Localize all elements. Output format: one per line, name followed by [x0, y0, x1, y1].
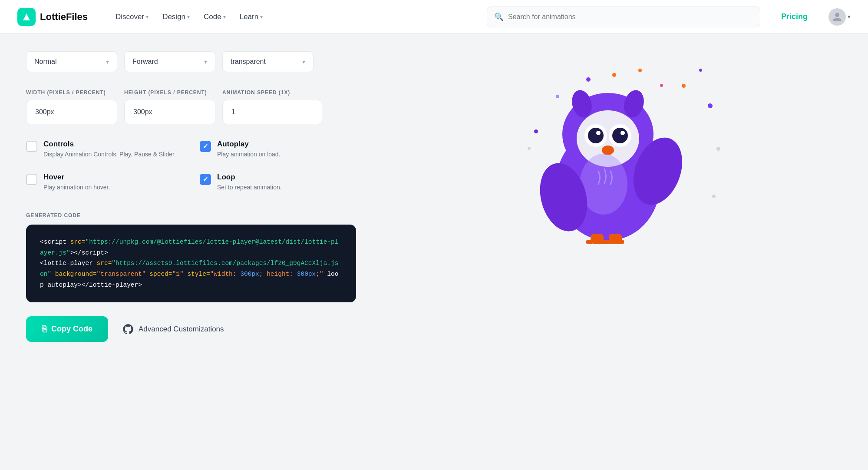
pricing-link[interactable]: Pricing: [774, 12, 815, 21]
confetti-dot-3: [699, 69, 702, 72]
github-icon: [122, 323, 134, 335]
confetti-dot-13: [612, 73, 616, 77]
svg-point-9: [596, 131, 601, 135]
speed-label: ANIMATION SPEED (1X): [222, 89, 322, 96]
background-chevron-icon: ▾: [302, 58, 305, 65]
hover-desc: Play animation on hover.: [43, 183, 110, 192]
navbar: LottieFiles Discover ▾ Design ▾ Code ▾ L…: [0, 0, 868, 34]
copy-code-button[interactable]: ⎘ Copy Code: [26, 316, 108, 342]
logo[interactable]: LottieFiles: [17, 8, 88, 26]
discover-chevron-icon: ▾: [146, 14, 149, 20]
svg-rect-25: [618, 240, 624, 244]
dimension-inputs: [26, 100, 356, 124]
owl-animation: [534, 84, 682, 255]
dimensions-section: WIDTH (PIXELS / PERCENT) HEIGHT (PIXELS …: [26, 89, 356, 124]
svg-rect-22: [599, 240, 605, 244]
logo-text: LottieFiles: [40, 11, 88, 23]
nav-links: Discover ▾ Design ▾ Code ▾ Learn ▾: [110, 10, 268, 24]
animation-preview: [499, 60, 716, 255]
code-nav[interactable]: Code ▾: [198, 10, 231, 24]
autoplay-desc: Play animation on load.: [217, 150, 281, 159]
confetti-dot-0: [586, 77, 591, 82]
controls-desc: Display Animation Controls: Play, Pause …: [43, 150, 175, 159]
hover-title: Hover: [43, 173, 110, 182]
checkboxes-section: Controls Display Animation Controls: Pla…: [26, 140, 356, 192]
svg-rect-23: [605, 240, 611, 244]
loop-checkbox-item: Loop Set to repeat animation.: [200, 173, 356, 192]
svg-point-13: [620, 131, 625, 135]
svg-point-14: [602, 146, 614, 155]
confetti-dot-11: [712, 195, 716, 198]
svg-point-0: [25, 16, 28, 20]
dimension-labels: WIDTH (PIXELS / PERCENT) HEIGHT (PIXELS …: [26, 89, 356, 96]
loop-desc: Set to repeat animation.: [217, 183, 282, 192]
logo-icon: [17, 8, 36, 26]
mode-chevron-icon: ▾: [106, 58, 109, 65]
svg-rect-20: [586, 240, 592, 244]
search-input[interactable]: [508, 13, 753, 21]
learn-chevron-icon: ▾: [260, 14, 263, 20]
height-input[interactable]: [124, 100, 215, 124]
confetti-dot-9: [708, 103, 713, 108]
search-bar[interactable]: 🔍: [487, 7, 760, 27]
width-input[interactable]: [26, 100, 117, 124]
hover-checkbox[interactable]: [26, 174, 37, 185]
bottom-actions: ⎘ Copy Code Advanced Customizations: [26, 316, 356, 342]
code-chevron-icon: ▾: [223, 14, 226, 20]
advanced-customizations-link[interactable]: Advanced Customizations: [122, 323, 224, 335]
copy-icon: ⎘: [42, 324, 47, 334]
generated-code-label: GENERATED CODE: [26, 212, 356, 218]
confetti-dot-10: [716, 147, 720, 151]
controls-checkbox-item: Controls Display Animation Controls: Pla…: [26, 140, 182, 159]
svg-rect-24: [611, 240, 617, 244]
code-block: <script src="https://unpkg.com/@lottiefi…: [26, 225, 356, 302]
width-label: WIDTH (PIXELS / PERCENT): [26, 89, 117, 96]
dropdowns-row: Normal ▾ Forward ▾ transparent ▾: [26, 51, 356, 72]
loop-title: Loop: [217, 173, 282, 182]
confetti-dot-1: [638, 69, 642, 72]
confetti-dot-2: [682, 84, 686, 88]
loop-checkbox[interactable]: [200, 174, 211, 185]
discover-nav[interactable]: Discover ▾: [110, 10, 154, 24]
right-panel: [373, 51, 842, 342]
mode-dropdown[interactable]: Normal ▾: [26, 51, 117, 72]
controls-title: Controls: [43, 140, 175, 149]
height-label: HEIGHT (PIXELS / PERCENT): [124, 89, 215, 96]
design-chevron-icon: ▾: [187, 14, 190, 20]
confetti-dot-7: [528, 147, 531, 150]
direction-chevron-icon: ▾: [204, 58, 207, 65]
hover-checkbox-item: Hover Play animation on hover.: [26, 173, 182, 192]
direction-dropdown[interactable]: Forward ▾: [124, 51, 215, 72]
autoplay-checkbox[interactable]: [200, 141, 211, 152]
user-chevron-icon: ▾: [848, 13, 851, 20]
background-dropdown[interactable]: transparent ▾: [222, 51, 314, 72]
learn-nav[interactable]: Learn ▾: [234, 10, 268, 24]
user-area[interactable]: ▾: [828, 8, 851, 26]
design-nav[interactable]: Design ▾: [157, 10, 195, 24]
controls-checkbox[interactable]: [26, 141, 37, 152]
avatar[interactable]: [828, 8, 846, 26]
left-panel: Normal ▾ Forward ▾ transparent ▾ WIDTH (…: [26, 51, 356, 342]
autoplay-checkbox-item: Autoplay Play animation on load.: [200, 140, 356, 159]
svg-rect-21: [593, 240, 599, 244]
speed-input[interactable]: [222, 100, 322, 124]
search-icon: 🔍: [494, 12, 504, 22]
autoplay-title: Autoplay: [217, 140, 281, 149]
main-content: Normal ▾ Forward ▾ transparent ▾ WIDTH (…: [0, 34, 868, 359]
